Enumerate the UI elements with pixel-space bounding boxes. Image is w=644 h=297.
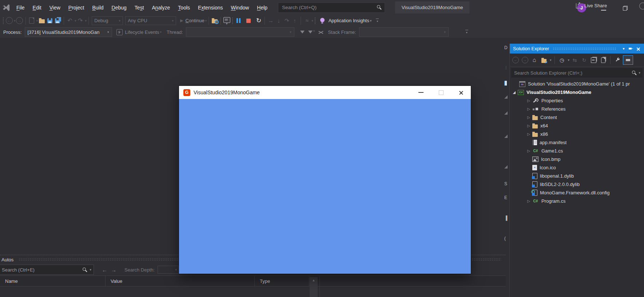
threads-dropdown[interactable]: ▾ xyxy=(311,19,313,23)
tree-row[interactable]: Program.cs xyxy=(510,197,644,205)
navigate-back-button[interactable]: ← xyxy=(5,16,13,25)
se-back-button[interactable]: ← xyxy=(511,56,520,64)
live-share-button[interactable]: Live Share xyxy=(576,0,607,11)
tree-row[interactable]: VisualStudio2019MonoGame xyxy=(510,88,644,96)
show-threads-in-source-button[interactable]: ≈ xyxy=(303,16,311,25)
tree-row[interactable]: Game1.cs xyxy=(510,147,644,155)
column-header[interactable]: Value xyxy=(106,276,255,286)
menu-item[interactable]: Extensions xyxy=(194,0,227,15)
tree-expander-icon[interactable] xyxy=(525,99,532,103)
search-options-dropdown[interactable]: ▾ xyxy=(639,71,640,75)
stop-debugging-button[interactable] xyxy=(245,16,253,25)
scroll-up-icon[interactable]: ▲ xyxy=(310,277,318,282)
tree-expander-icon[interactable] xyxy=(525,115,532,119)
tree-row[interactable]: Content xyxy=(510,113,644,122)
menu-item[interactable]: Debug xyxy=(108,0,131,15)
menu-item[interactable]: Window xyxy=(227,0,253,15)
toolbar-drag-handle[interactable] xyxy=(232,17,233,24)
solution-explorer-search-box[interactable]: ▾ xyxy=(511,68,643,78)
search-prev-icon[interactable]: ← xyxy=(102,267,107,273)
new-file-button[interactable] xyxy=(28,16,36,25)
solution-platform-dropdown[interactable]: Any CPU▾ xyxy=(125,16,176,25)
properties-wrench-icon[interactable] xyxy=(613,56,622,64)
lifecycle-events-button[interactable]: Lifecycle Events xyxy=(125,29,159,35)
save-button[interactable] xyxy=(46,16,54,25)
autos-scrollbar[interactable]: ▲ xyxy=(310,277,318,297)
filter-dropdown-icon[interactable]: ▾ xyxy=(308,28,315,36)
quick-search-input[interactable] xyxy=(281,4,377,11)
toolbar-overflow-button[interactable]: ▾ xyxy=(375,18,379,24)
tree-expander-icon[interactable] xyxy=(525,124,532,128)
navigate-forward-button[interactable]: → xyxy=(16,16,24,25)
tree-row[interactable]: libSDL2-2.0.0.dylib xyxy=(510,180,644,189)
solution-explorer-search-input[interactable] xyxy=(513,70,632,76)
search-next-icon[interactable]: → xyxy=(111,267,116,273)
preview-selected-items-button[interactable] xyxy=(623,55,633,65)
monogame-game-window[interactable]: G VisualStudio2019MonoGame xyxy=(179,86,471,274)
column-header[interactable]: Type xyxy=(255,276,309,286)
process-dropdown[interactable]: [3716] VisualStudio2019MonoGan ▾ xyxy=(25,27,112,37)
autos-search-dropdown[interactable]: ▾ xyxy=(90,268,91,272)
menu-item[interactable]: View xyxy=(45,0,64,15)
menu-item[interactable]: Project xyxy=(64,0,88,15)
undo-button[interactable]: ↶ xyxy=(66,16,74,25)
solution-explorer-title-bar[interactable]: Solution Explorer ▾ xyxy=(510,44,644,54)
menu-item[interactable]: Test xyxy=(131,0,148,15)
filter-icon[interactable] xyxy=(300,31,305,36)
menu-item[interactable]: File xyxy=(12,0,29,15)
tree-expander-icon[interactable] xyxy=(510,90,518,94)
game-window-title-bar[interactable]: G VisualStudio2019MonoGame xyxy=(179,86,471,99)
search-depth-dropdown[interactable]: ▾ xyxy=(158,266,179,274)
tree-row[interactable]: x64 xyxy=(510,122,644,130)
continue-button[interactable]: ▶ Continue xyxy=(180,16,204,25)
application-insights-dropdown[interactable]: ▾ xyxy=(370,19,372,23)
breakpoints-window-button[interactable] xyxy=(211,16,219,25)
step-out-button[interactable]: ↑ xyxy=(291,16,299,25)
filter-dropdown[interactable]: ▾ xyxy=(568,58,570,62)
pending-changes-filter-icon[interactable]: ◷ xyxy=(558,56,566,64)
autos-search-box[interactable]: ▾ xyxy=(0,265,94,275)
tree-row[interactable]: Properties xyxy=(510,96,644,105)
toolbar-drag-handle[interactable] xyxy=(3,17,4,24)
tree-row[interactable]: Icon.bmp xyxy=(510,155,644,163)
window-position-dropdown-icon[interactable]: ▾ xyxy=(620,45,627,52)
application-insights-label[interactable]: Application Insights xyxy=(329,18,369,23)
tree-row[interactable]: app.manifest xyxy=(510,138,644,147)
lifecycle-events-dropdown[interactable]: ▾ xyxy=(160,30,162,34)
collapse-all-icon[interactable] xyxy=(589,56,598,64)
game-close-button[interactable] xyxy=(459,90,464,95)
menu-item[interactable]: Build xyxy=(88,0,107,15)
solution-configuration-dropdown[interactable]: Debug▾ xyxy=(92,16,123,25)
tree-row[interactable]: MonoGame.Framework.dll.config xyxy=(510,189,644,197)
menu-item[interactable]: Edit xyxy=(29,0,45,15)
save-all-button[interactable] xyxy=(54,16,62,25)
show-next-statement-button[interactable]: → xyxy=(267,16,275,25)
close-icon[interactable] xyxy=(635,45,642,52)
auto-hide-pin-icon[interactable] xyxy=(627,45,635,52)
column-header[interactable]: Name xyxy=(0,276,106,286)
redo-dropdown[interactable]: ▾ xyxy=(85,19,87,23)
tree-row[interactable]: References xyxy=(510,105,644,113)
start-debug-target-dropdown[interactable]: ▾ xyxy=(205,19,207,23)
step-into-button[interactable]: ↓ xyxy=(275,16,283,25)
home-icon[interactable]: ⌂ xyxy=(530,56,538,64)
tree-expander-icon[interactable] xyxy=(525,107,532,111)
menu-item[interactable]: Tools xyxy=(174,0,194,15)
refresh-icon[interactable]: ↻ xyxy=(580,56,588,64)
open-file-icon[interactable] xyxy=(38,16,46,25)
toggle-flagged-threads-icon[interactable] xyxy=(318,30,323,34)
debugbar-overflow-button[interactable]: ▾ xyxy=(465,29,469,35)
tree-row[interactable]: Icon.ico xyxy=(510,163,644,172)
step-over-button[interactable]: ↷ xyxy=(283,16,291,25)
toolbar-drag-handle[interactable] xyxy=(314,17,316,24)
thread-dropdown[interactable]: ▾ xyxy=(186,27,294,37)
tree-row[interactable]: libopenal.1.dylib xyxy=(510,172,644,180)
redo-button[interactable]: ↷ xyxy=(76,16,84,25)
tree-expander-icon[interactable] xyxy=(525,132,532,136)
diagnostics-monitor-icon[interactable]: ▾ xyxy=(223,16,231,25)
stack-frame-dropdown[interactable]: ▾ xyxy=(359,27,449,37)
autos-search-input[interactable] xyxy=(1,267,83,273)
tree-expander-icon[interactable] xyxy=(525,149,532,153)
switch-views-dropdown[interactable]: ▾ xyxy=(550,58,552,62)
break-all-button[interactable] xyxy=(234,16,242,25)
